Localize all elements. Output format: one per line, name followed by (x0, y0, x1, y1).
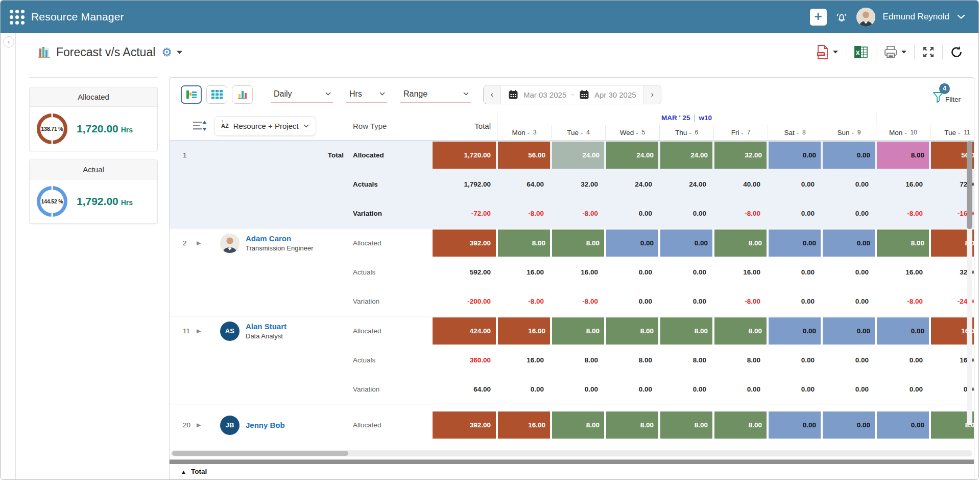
resource-head: 11▶ASAlan StuartData Analyst (179, 316, 349, 346)
horizontal-scrollbar[interactable] (171, 450, 972, 456)
export-excel-button[interactable]: X (853, 45, 869, 59)
day-cell: -8.00 (551, 210, 605, 217)
filter-label: Filter (945, 96, 961, 103)
day-cell: 24.00 (659, 142, 713, 169)
day-cell: 8.00 (659, 317, 713, 345)
granularity-dropdown[interactable]: Daily (271, 87, 333, 103)
day-column-header: Mon - 10 (876, 125, 930, 140)
day-value-cell: 56.00 (498, 142, 550, 169)
day-cell: 16.00 (497, 356, 551, 364)
day-cell: 8.00 (605, 411, 659, 439)
day-cell: 0.00 (659, 210, 713, 217)
day-cell: -8.00 (876, 297, 930, 305)
day-value-cell: 24.00 (552, 142, 604, 169)
view-grid-chart-toggle[interactable] (181, 85, 202, 104)
filter-button[interactable]: 4 Filter (933, 86, 961, 103)
row-type-rows: Allocated1,720.0056.0024.0024.0024.0032.… (349, 141, 974, 228)
day-cell: 16.00 (497, 317, 551, 345)
allocated-hours-unit: Hrs (121, 126, 133, 134)
expand-row-icon[interactable]: ▶ (197, 328, 212, 334)
day-cell: 8.00 (497, 230, 551, 257)
collapse-total-icon[interactable]: ▲ (181, 469, 186, 475)
day-value-cell: 24.00 (660, 142, 712, 169)
day-value-cell: 8.00 (552, 230, 604, 257)
actual-card-title: Actual (30, 160, 157, 179)
row-number: 20 (179, 421, 197, 429)
print-button[interactable] (883, 45, 907, 59)
refresh-button[interactable] (950, 45, 963, 59)
view-chart-toggle[interactable] (232, 85, 253, 104)
day-name: Tue - (567, 129, 583, 136)
row-type-label: Allocated (349, 327, 400, 335)
total-value-cell: 1,720.00 (433, 142, 496, 169)
row-type-label: Actuals (349, 356, 400, 364)
day-value-cell: 0.00 (823, 317, 875, 345)
date-from[interactable]: Mar 03 2025 (523, 90, 566, 99)
day-cell: 32.00 (551, 180, 605, 188)
day-cell: 0.00 (768, 356, 822, 364)
day-cell: 16.00 (497, 411, 551, 439)
next-period-button[interactable]: › (643, 85, 661, 104)
grid-sub-row: Allocated392.008.008.000.000.008.000.000… (349, 228, 974, 258)
day-value: -8.00 (551, 210, 605, 217)
row-type-label: Actuals (349, 268, 400, 276)
day-value: 8.00 (605, 356, 659, 364)
expand-row-icon[interactable]: ▶ (197, 240, 212, 246)
notifications-bell-icon[interactable] (834, 10, 849, 24)
day-value: 0.00 (876, 356, 930, 364)
user-avatar[interactable] (856, 8, 875, 27)
export-pdf-button[interactable]: PDF (816, 44, 839, 60)
allocated-card-title: Allocated (30, 87, 157, 107)
day-cell: 16.00 (713, 268, 768, 276)
user-menu-chevron-icon[interactable] (957, 14, 965, 19)
day-cell: 32.00 (713, 142, 768, 169)
view-grid-toggle[interactable] (206, 85, 227, 104)
row-number: 11 (179, 327, 197, 335)
day-value: 16.00 (876, 268, 930, 276)
grid-header: AZ Resource + Project Row Type Total MAR… (170, 111, 974, 141)
resource-avatar: JB (220, 416, 240, 435)
day-value: 0.00 (768, 210, 822, 217)
row-number: 2 (179, 239, 197, 247)
fullscreen-button[interactable] (922, 45, 935, 59)
row-menu-icon[interactable] (193, 120, 207, 131)
resource-name-link[interactable]: Adam Caron (246, 234, 313, 243)
group-by-dropdown[interactable]: AZ Resource + Project (214, 116, 316, 136)
day-cell: 0.00 (822, 411, 876, 439)
day-value: 24.00 (605, 180, 659, 188)
report-menu-caret-icon[interactable] (176, 50, 183, 55)
day-cell: 0.00 (768, 317, 822, 345)
user-name[interactable]: Edmund Reynold (883, 12, 949, 22)
day-value: 0.00 (822, 268, 876, 276)
summary-panel: Allocated 138.71 % 1,720.00Hrs Actual (29, 77, 158, 232)
day-column-header: Sat - 8 (768, 125, 822, 140)
vertical-scrollbar[interactable] (967, 141, 972, 425)
day-value: -8.00 (497, 297, 551, 305)
report-settings-gear-icon[interactable]: ⚙ (161, 47, 172, 58)
total-cell: 1,792.00 (400, 180, 497, 188)
day-value: 0.00 (768, 356, 822, 364)
range-mode-dropdown[interactable]: Range (400, 87, 471, 103)
unit-dropdown[interactable]: Hrs (346, 87, 387, 103)
resource-name-link[interactable]: Alan Stuart (246, 322, 286, 331)
app-grid-icon[interactable] (10, 10, 25, 25)
day-number: 6 (695, 129, 698, 136)
panel-collapse-button[interactable]: › (3, 36, 14, 48)
day-cell: 8.00 (551, 230, 605, 257)
resource-name-block: Alan StuartData Analyst (246, 322, 286, 340)
add-button[interactable]: + (810, 9, 827, 26)
expand-row-icon[interactable]: ▶ (197, 422, 212, 428)
prev-period-button[interactable]: ‹ (484, 85, 501, 104)
day-number: 11 (964, 129, 970, 136)
day-value: 0.00 (605, 210, 659, 217)
calendar-icon (508, 89, 518, 100)
day-value-cell: 8.00 (606, 317, 658, 345)
resource-name-link[interactable]: Jenny Bob (246, 421, 285, 429)
date-to[interactable]: Apr 30 2025 (594, 90, 636, 99)
day-cell: 0.00 (605, 230, 659, 257)
day-cell: 0.00 (768, 180, 822, 188)
vertical-scrollbar-thumb[interactable] (967, 141, 972, 229)
horizontal-scrollbar-thumb[interactable] (172, 451, 348, 456)
allocated-percent-ring: 138.71 % (37, 113, 67, 144)
footer-total-row[interactable]: ▲ Total (170, 464, 974, 479)
